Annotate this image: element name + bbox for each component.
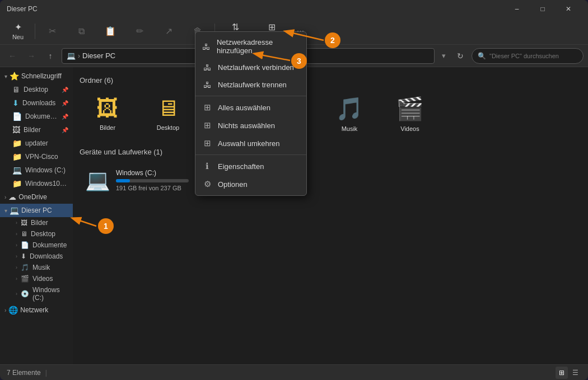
copy-icon: ⧉ — [78, 26, 85, 36]
dokumente-icon: 📄 — [12, 112, 22, 121]
sidebar-sub-dokumente[interactable]: › 📄 Dokumente — [0, 240, 73, 251]
copy-button[interactable]: ⧉ — [68, 20, 95, 43]
optionen-icon: ⚙ — [202, 179, 212, 189]
list-view-button[interactable]: ☰ — [569, 367, 581, 379]
menu-item-optionen-label: Optionen — [218, 180, 248, 189]
maximize-button[interactable]: □ — [530, 0, 556, 18]
annotation-2: 2 — [325, 32, 340, 48]
sidebar-onedrive-header[interactable]: › ☁ OneDrive — [0, 190, 73, 204]
sidebar-item-updater[interactable]: 📁 updater — [0, 137, 73, 150]
toolbar-separator-1 — [35, 24, 35, 39]
annotation-1-number: 1 — [104, 222, 108, 231]
sub-bilder-icon: 🖼 — [21, 219, 27, 227]
sub-downloads-icon: ⬇ — [21, 252, 26, 260]
sidebar-sub-downloads[interactable]: › ⬇ Downloads — [0, 251, 73, 262]
menu-item-optionen[interactable]: ⚙ Optionen — [195, 175, 306, 193]
folder-musik[interactable]: 🎵 Musik — [321, 91, 377, 137]
sidebar-sub-desktop[interactable]: › 🖥 Desktop — [0, 228, 73, 240]
paste-button[interactable]: 📋 — [97, 20, 124, 43]
back-button[interactable]: ← — [4, 48, 20, 64]
sub-desktop-label: Desktop — [31, 230, 55, 238]
updater-icon: 📁 — [12, 139, 22, 148]
menu-divider-1 — [195, 96, 306, 96]
search-icon: 🔍 — [478, 52, 486, 60]
sidebar-desktop-label: Desktop — [24, 86, 58, 93]
rename-button[interactable]: ✏ — [126, 20, 153, 43]
menu-item-netzwerkadresse[interactable]: 🖧 Netzwerkadresse hinzufügen — [195, 34, 306, 59]
menu-item-alles-auswaehlen[interactable]: ⊞ Alles auswählen — [195, 98, 306, 116]
sidebar-dokumente-label: Dokumente — [25, 112, 58, 120]
grid-view-button[interactable]: ⊞ — [556, 367, 568, 379]
forward-button[interactable]: → — [24, 48, 39, 64]
path-label: Dieser PC — [82, 51, 115, 60]
sub-musik-label: Musik — [32, 264, 50, 271]
quick-access-chevron: ▾ — [4, 73, 7, 79]
menu-item-alles-auswaehlen-label: Alles auswählen — [218, 104, 270, 112]
status-count: 7 Elemente — [7, 369, 41, 377]
netzwerk-icon: 🌐 — [8, 306, 18, 315]
sidebar-downloads-label: Downloads — [22, 99, 58, 107]
status-separator: | — [45, 369, 47, 377]
sub-windows-c-label: Windows (C:) — [32, 286, 68, 302]
folder-videos[interactable]: 🎬 Videos — [382, 91, 438, 137]
downloads-icon: ⬇ — [12, 98, 19, 107]
title-bar: Dieser PC – □ ✕ — [0, 0, 588, 18]
sidebar-dieser-pc-header[interactable]: ▾ 💻 Dieser PC — [0, 204, 73, 217]
auswahl-umkehren-icon: ⊞ — [202, 138, 212, 148]
sub-musik-icon: 🎵 — [21, 264, 29, 271]
folder-bilder-label: Bilder — [100, 124, 115, 131]
sub-videos-icon: 🎬 — [21, 275, 29, 283]
folder-musik-label: Musik — [342, 125, 358, 132]
search-placeholder: "Dieser PC" durchsuchen — [489, 53, 559, 59]
menu-item-nichts-auswaehlen[interactable]: ⊞ Nichts auswählen — [195, 116, 306, 134]
desktop-icon: 🖥 — [12, 85, 20, 94]
menu-item-netzlaufwerk-trennen[interactable]: 🖧 Netzlaufwerk trennen — [195, 76, 306, 93]
new-button[interactable]: ✦ Neu — [4, 20, 31, 43]
sidebar-sub-windows-c[interactable]: › 💿 Windows (C:) — [0, 284, 73, 303]
file-area: Ordner (6) 🖼 Bilder 🖥 Desktop 📄 Dokument… — [73, 67, 588, 364]
menu-item-netzlaufwerk-verbinden-label: Netzlaufwerk verbinden — [218, 63, 294, 72]
cut-button[interactable]: ✂ — [39, 20, 66, 43]
sub-videos-label: Videos — [32, 275, 53, 283]
menu-item-eigenschaften[interactable]: ℹ Eigenschaften — [195, 157, 306, 175]
drive-windows-c[interactable]: 💻 Windows (C:) 191 GB frei von 237 GB — [80, 163, 192, 198]
sidebar-sub-bilder[interactable]: › 🖼 Bilder — [0, 217, 73, 228]
sub-windows-c-icon: 💿 — [21, 290, 29, 298]
menu-item-netzlaufwerk-verbinden[interactable]: 🖧 Netzlaufwerk verbinden — [195, 59, 306, 76]
folder-bilder[interactable]: 🖼 Bilder — [80, 91, 136, 137]
folder-desktop[interactable]: 🖥 Desktop — [140, 91, 196, 137]
sidebar-item-bilder[interactable]: 🖼 Bilder 📌 — [0, 123, 73, 137]
sidebar-item-desktop[interactable]: 🖥 Desktop 📌 — [0, 83, 73, 96]
close-button[interactable]: ✕ — [556, 0, 581, 18]
drive-windows-c-icon: 💻 — [85, 168, 110, 192]
minimize-button[interactable]: – — [504, 0, 530, 18]
address-dropdown-button[interactable]: ▾ — [438, 48, 449, 64]
menu-item-eigenschaften-label: Eigenschaften — [218, 162, 264, 171]
menu-item-auswahl-umkehren[interactable]: ⊞ Auswahl umkehren — [195, 134, 306, 152]
sidebar-item-windows-c[interactable]: 💻 Windows (C:) — [0, 163, 73, 177]
sidebar-quick-access-header[interactable]: ▾ ⭐ Schnellzugriff — [0, 69, 73, 83]
new-label: Neu — [12, 34, 24, 40]
up-button[interactable]: ↑ — [43, 48, 58, 64]
refresh-button[interactable]: ↻ — [452, 48, 468, 64]
search-box[interactable]: 🔍 "Dieser PC" durchsuchen — [472, 48, 584, 64]
sidebar-item-windows10edu[interactable]: 📁 Windows10_Edu — [0, 177, 73, 190]
sidebar-item-vpncisco[interactable]: 📁 VPN-Cisco — [0, 150, 73, 163]
folder-videos-label: Videos — [400, 125, 419, 132]
folder-videos-icon: 🎬 — [396, 96, 424, 122]
share-icon: ↗ — [165, 26, 172, 36]
eigenschaften-icon: ℹ — [202, 161, 212, 171]
sidebar-item-downloads[interactable]: ⬇ Downloads 📌 — [0, 96, 73, 110]
cut-icon: ✂ — [49, 26, 56, 36]
dieser-pc-label: Dieser PC — [21, 207, 52, 214]
sidebar-windows-c-label: Windows (C:) — [25, 166, 68, 174]
menu-item-auswahl-umkehren-label: Auswahl umkehren — [218, 139, 280, 148]
menu-item-netzlaufwerk-trennen-label: Netzlaufwerk trennen — [218, 81, 287, 89]
sidebar-sub-videos[interactable]: › 🎬 Videos — [0, 273, 73, 284]
status-bar: 7 Elemente | ⊞ ☰ — [0, 364, 588, 380]
sidebar-item-dokumente[interactable]: 📄 Dokumente 📌 — [0, 110, 73, 123]
sidebar-netzwerk-header[interactable]: › 🌐 Netzwerk — [0, 303, 73, 317]
sidebar-sub-musik[interactable]: › 🎵 Musik — [0, 262, 73, 273]
menu-item-netzwerkadresse-label: Netzwerkadresse hinzufügen — [217, 38, 300, 55]
share-button[interactable]: ↗ — [155, 20, 182, 43]
